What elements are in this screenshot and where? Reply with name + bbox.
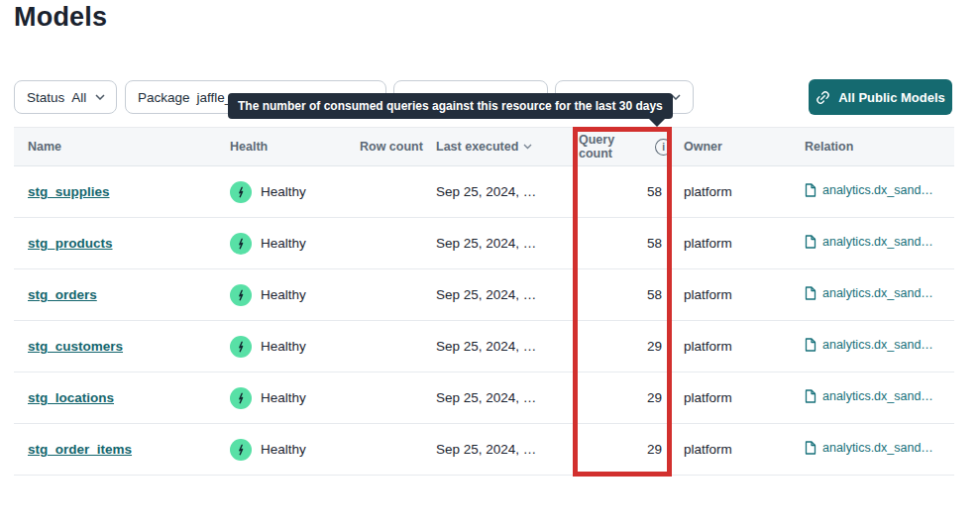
document-icon: [805, 338, 817, 352]
document-icon: [805, 286, 817, 300]
last-executed-cell: Sep 25, 2024, …: [436, 236, 573, 251]
health-status-icon: [230, 233, 252, 255]
health-status-label: Healthy: [261, 390, 306, 405]
last-executed-cell: Sep 25, 2024, …: [436, 339, 573, 354]
health-status-label: Healthy: [261, 339, 306, 354]
link-icon: [813, 86, 833, 107]
table-row: stg_customers Healthy Sep 25, 2024, … 29…: [14, 321, 954, 372]
table-row: stg_orders Healthy Sep 25, 2024, … 58 pl…: [14, 269, 954, 321]
table-row: stg_order_items Healthy Sep 25, 2024, … …: [14, 424, 954, 476]
table-row: stg_locations Healthy Sep 25, 2024, … 29…: [14, 372, 954, 424]
owner-cell: platform: [672, 390, 795, 405]
model-name-link[interactable]: stg_supplies: [28, 184, 110, 199]
relation-text: analytics.dx_sand…: [822, 338, 933, 352]
last-executed-cell: Sep 25, 2024, …: [436, 442, 573, 457]
health-status-icon: [230, 336, 252, 358]
relation-text: analytics.dx_sand…: [822, 286, 933, 300]
table-header: Name Health Row count Last executed Quer…: [14, 127, 954, 166]
query-count-label: Query count: [579, 133, 650, 160]
health-status-icon: [230, 181, 252, 203]
query-count-cell: 29: [573, 442, 672, 457]
owner-cell: platform: [672, 287, 795, 302]
health-status-label: Healthy: [261, 442, 306, 457]
model-name-link[interactable]: stg_products: [28, 236, 113, 251]
info-icon[interactable]: i: [655, 139, 672, 156]
status-filter[interactable]: Status All: [14, 80, 117, 114]
document-icon: [805, 389, 817, 403]
chevron-down-icon: [95, 94, 105, 100]
column-header-row-count[interactable]: Row count: [360, 140, 436, 154]
health-status-icon: [230, 387, 252, 409]
document-icon: [805, 183, 817, 197]
health-status-icon: [230, 439, 252, 461]
last-executed-label: Last executed: [436, 140, 518, 154]
query-count-cell: 58: [573, 236, 672, 251]
relation-text: analytics.dx_sand…: [822, 389, 933, 403]
relation-text: analytics.dx_sand…: [822, 441, 933, 455]
relation-text: analytics.dx_sand…: [822, 183, 933, 197]
table-body: stg_supplies Healthy Sep 25, 2024, … 58 …: [14, 166, 954, 476]
model-name-link[interactable]: stg_order_items: [28, 442, 132, 457]
last-executed-cell: Sep 25, 2024, …: [436, 390, 573, 405]
relation-link[interactable]: analytics.dx_sand…: [805, 286, 933, 300]
all-public-models-button[interactable]: All Public Models: [809, 79, 952, 115]
model-name-link[interactable]: stg_orders: [28, 287, 97, 302]
package-filter-value: jaffle_: [197, 90, 233, 105]
owner-cell: platform: [672, 442, 795, 457]
table-row: stg_supplies Healthy Sep 25, 2024, … 58 …: [14, 166, 954, 218]
models-page: Models Status All Package jaffle_ All Pu…: [0, 0, 980, 531]
owner-cell: platform: [672, 236, 795, 251]
page-title: Models: [14, 2, 107, 33]
query-count-cell: 58: [573, 287, 672, 302]
column-header-last-executed[interactable]: Last executed: [436, 140, 573, 154]
status-filter-label: Status: [27, 90, 64, 105]
document-icon: [805, 441, 817, 455]
sort-chevron-icon: [523, 144, 532, 150]
model-name-link[interactable]: stg_locations: [28, 390, 114, 405]
query-count-cell: 29: [573, 390, 672, 405]
health-status-label: Healthy: [261, 287, 306, 302]
column-header-relation[interactable]: Relation: [795, 140, 954, 154]
document-icon: [805, 235, 817, 249]
column-header-query-count[interactable]: Query count i: [573, 133, 672, 160]
health-status-label: Healthy: [261, 236, 306, 251]
tooltip-text: The number of consumed queries against t…: [238, 99, 663, 113]
relation-link[interactable]: analytics.dx_sand…: [805, 338, 933, 352]
owner-cell: platform: [672, 184, 795, 199]
models-table: Name Health Row count Last executed Quer…: [14, 127, 954, 476]
last-executed-cell: Sep 25, 2024, …: [436, 184, 573, 199]
query-count-cell: 29: [573, 339, 672, 354]
relation-link[interactable]: analytics.dx_sand…: [805, 389, 933, 403]
status-filter-value: All: [71, 90, 86, 105]
relation-link[interactable]: analytics.dx_sand…: [805, 235, 933, 249]
last-executed-cell: Sep 25, 2024, …: [436, 287, 573, 302]
column-header-owner[interactable]: Owner: [672, 140, 795, 154]
package-filter-label: Package: [138, 90, 190, 105]
query-count-cell: 58: [573, 184, 672, 199]
query-count-tooltip: The number of consumed queries against t…: [228, 93, 673, 119]
health-status-icon: [230, 284, 252, 306]
relation-link[interactable]: analytics.dx_sand…: [805, 441, 933, 455]
relation-text: analytics.dx_sand…: [822, 235, 933, 249]
all-public-models-label: All Public Models: [838, 90, 945, 105]
relation-link[interactable]: analytics.dx_sand…: [805, 183, 933, 197]
health-status-label: Healthy: [261, 184, 306, 199]
owner-cell: platform: [672, 339, 795, 354]
model-name-link[interactable]: stg_customers: [28, 339, 123, 354]
column-header-name[interactable]: Name: [14, 140, 230, 154]
table-row: stg_products Healthy Sep 25, 2024, … 58 …: [14, 218, 954, 269]
column-header-health[interactable]: Health: [230, 140, 360, 154]
